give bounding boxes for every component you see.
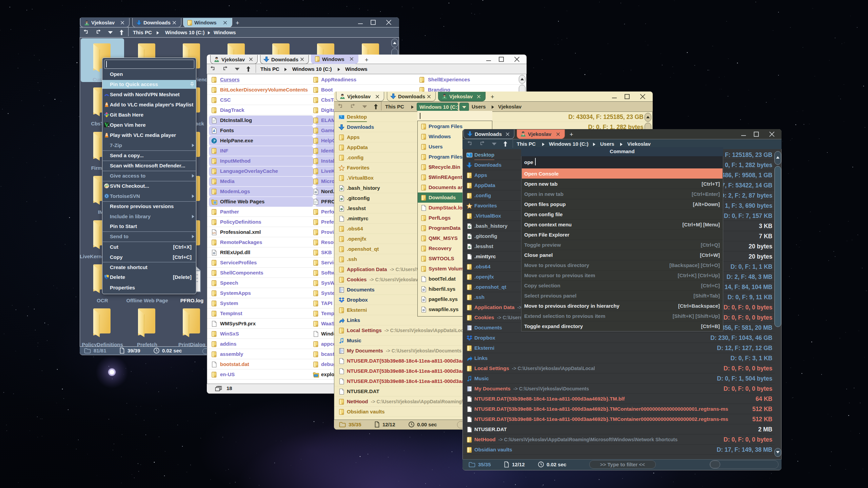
svg-text:im: im (107, 125, 110, 127)
svg-text:</>: </> (212, 231, 216, 235)
svg-text:?: ? (213, 139, 215, 143)
svg-text:A: A (212, 129, 215, 133)
